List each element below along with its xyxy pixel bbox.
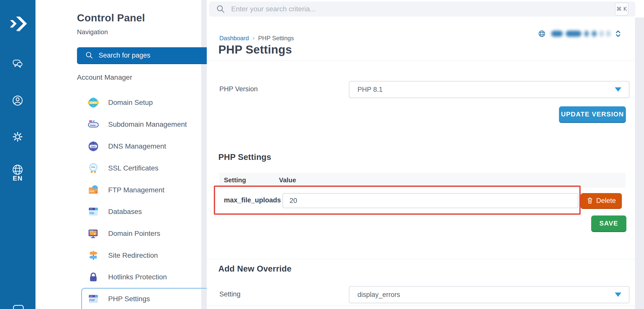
sidebar-item-label: FTP Management bbox=[108, 186, 165, 194]
override-setting-value: display_errors bbox=[357, 291, 400, 299]
dropdown-caret-icon bbox=[615, 293, 621, 297]
section-label: Account Manager bbox=[77, 73, 132, 81]
save-button[interactable]: SAVE bbox=[591, 215, 626, 231]
globe-icon bbox=[538, 30, 546, 37]
redacted-text-blob bbox=[566, 31, 581, 37]
breadcrumb-dashboard-link[interactable]: Dashboard bbox=[219, 35, 249, 42]
app-rail: EN bbox=[0, 0, 35, 309]
page-title: PHP Settings bbox=[218, 43, 292, 56]
sidebar-item-label: Hotlinks Protection bbox=[108, 273, 167, 281]
override-setting-label: Setting bbox=[219, 286, 240, 302]
dns-globe-icon: DNS bbox=[88, 141, 99, 152]
main-content: Dashboard › PHP Settings PHP Settings PH… bbox=[207, 18, 635, 309]
svg-text:WWW: WWW bbox=[90, 101, 97, 104]
divider bbox=[207, 259, 635, 259]
table-header-row: Setting Value bbox=[219, 173, 626, 187]
svg-text:#www.: #www. bbox=[90, 124, 97, 127]
sort-chevrons-icon bbox=[615, 29, 621, 38]
redacted-text-blob bbox=[592, 31, 597, 37]
settings-button[interactable] bbox=[10, 129, 25, 144]
app-logo-icon[interactable] bbox=[6, 11, 30, 35]
svg-text:PHP: PHP bbox=[89, 299, 95, 302]
php-settings-heading: PHP Settings bbox=[218, 152, 271, 162]
sidebar-item-label: PHP Settings bbox=[108, 295, 150, 303]
monitor-www-icon: www bbox=[88, 228, 99, 239]
subdomain-pill-icon: #www. bbox=[88, 119, 99, 130]
global-search-input[interactable] bbox=[231, 5, 584, 13]
php-window-icon: PHP bbox=[88, 293, 99, 305]
setting-name: max_file_uploads bbox=[224, 196, 281, 204]
globe-www-icon: WWW bbox=[88, 97, 99, 108]
signpost-icon bbox=[88, 250, 99, 261]
php-settings-page: { "colors": { "rail_blue": "#0f67a4", "s… bbox=[0, 0, 644, 309]
sidebar: Control Panel Navigation Search for page… bbox=[35, 0, 201, 309]
dropdown-caret-icon bbox=[615, 87, 621, 92]
redacted-text-blob bbox=[607, 31, 610, 37]
sidebar-item-label: SSL Certificates bbox=[108, 164, 158, 172]
top-bar: ⌘ K bbox=[207, 0, 644, 18]
global-search[interactable]: ⌘ K bbox=[209, 2, 635, 17]
search-icon bbox=[216, 4, 226, 14]
sidebar-subtitle: Navigation bbox=[77, 28, 108, 36]
sidebar-item-label: Domain Pointers bbox=[108, 230, 160, 238]
php-version-label: PHP Version bbox=[219, 81, 258, 97]
redacted-text-blob bbox=[600, 31, 603, 37]
sidebar-item-label: Subdomain Management bbox=[108, 120, 187, 128]
update-version-button[interactable]: UPDATE VERSION bbox=[559, 106, 626, 122]
php-version-select[interactable]: PHP 8.1 bbox=[349, 81, 629, 98]
divider bbox=[207, 306, 635, 306]
override-setting-select[interactable]: display_errors bbox=[349, 286, 629, 303]
chat-icon bbox=[11, 57, 24, 70]
svg-text:www: www bbox=[90, 231, 93, 232]
language-code[interactable]: EN bbox=[0, 174, 35, 182]
svg-text:FTP: FTP bbox=[90, 190, 94, 193]
account-selector[interactable] bbox=[538, 29, 621, 39]
sidebar-title: Control Panel bbox=[77, 12, 145, 24]
php-version-value: PHP 8.1 bbox=[357, 86, 383, 94]
chevron-right-icon: › bbox=[252, 34, 255, 42]
user-icon bbox=[11, 94, 24, 107]
rail-bottom-partial-icon[interactable] bbox=[13, 305, 24, 309]
trash-icon bbox=[587, 197, 593, 204]
svg-text:SQL: SQL bbox=[89, 212, 95, 214]
delete-button[interactable]: Delete bbox=[581, 193, 622, 208]
sidebar-item-label: Domain Setup bbox=[108, 99, 153, 107]
svg-text:SSL: SSL bbox=[91, 166, 95, 168]
sql-window-icon: SQL bbox=[88, 206, 99, 217]
sidebar-item-label: DNS Management bbox=[108, 142, 166, 150]
chat-button[interactable] bbox=[10, 56, 25, 71]
breadcrumb: Dashboard › PHP Settings bbox=[219, 34, 294, 42]
add-override-heading: Add New Override bbox=[218, 264, 292, 274]
sidebar-item-label: Site Redirection bbox=[108, 251, 158, 259]
sidebar-search-label: Search for pages bbox=[99, 52, 150, 59]
redacted-text-blob bbox=[584, 31, 589, 37]
search-icon bbox=[85, 51, 94, 60]
svg-text:DNS: DNS bbox=[91, 145, 96, 148]
sidebar-item-label: Databases bbox=[108, 208, 142, 216]
delete-label: Delete bbox=[596, 197, 616, 205]
padlock-icon bbox=[88, 271, 99, 283]
setting-value-input[interactable] bbox=[283, 193, 578, 208]
user-button[interactable] bbox=[10, 93, 25, 108]
shortcut-badge-cmd-k: ⌘ K bbox=[615, 3, 628, 16]
column-header-setting: Setting bbox=[224, 176, 246, 184]
redacted-text-blob bbox=[551, 31, 563, 37]
ssl-badge-icon: SSL bbox=[88, 162, 99, 174]
ftp-folder-icon: FTP bbox=[88, 184, 99, 196]
breadcrumb-current: PHP Settings bbox=[258, 35, 294, 42]
gear-icon bbox=[11, 130, 24, 143]
divider bbox=[207, 60, 635, 61]
column-header-value: Value bbox=[279, 176, 296, 184]
